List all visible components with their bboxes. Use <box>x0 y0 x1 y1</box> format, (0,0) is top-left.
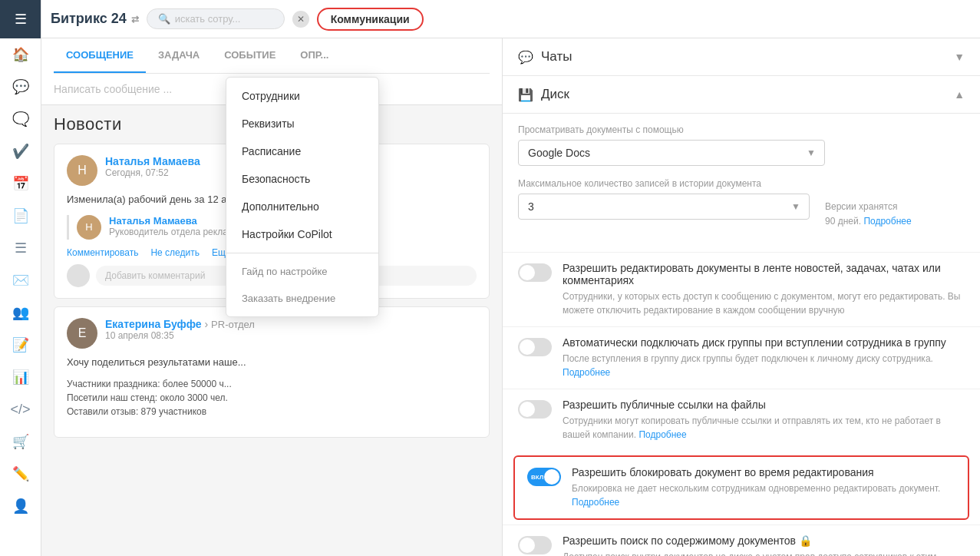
toggle-row-1: Разрешить редактировать документы в лент… <box>503 252 980 326</box>
toggle-title-3: Разрешить публичные ссылки на файлы <box>563 399 965 411</box>
left-panel: СООБЩЕНИЕ ЗАДАЧА СОБЫТИЕ ОПР... Написать… <box>41 38 502 556</box>
brand-arrows: ⇄ <box>131 14 139 25</box>
content-area: СООБЩЕНИЕ ЗАДАЧА СОБЫТИЕ ОПР... Написать… <box>41 38 980 556</box>
toggle-title-5: Разрешить поиск по содержимому документо… <box>563 534 965 547</box>
toggle-content-2: Автоматически подключать диск группы при… <box>563 336 965 379</box>
viewer-select-wrap: Google Docs OnlyOffice Microsoft Office … <box>518 140 825 166</box>
viewer-label: Просматривать документы с помощью <box>518 124 965 135</box>
sidebar-item-store[interactable]: 🛒 <box>8 429 34 455</box>
sidebar-item-home[interactable]: 🏠 <box>8 41 34 68</box>
reply-avatar-1: Н <box>77 215 101 240</box>
toggle-row-5: Разрешить поиск по содержимому документо… <box>503 525 980 556</box>
sidebar-menu-toggle[interactable]: ☰ <box>0 0 41 38</box>
sidebar: ☰ 🏠 💬 🗨️ ✔️ 📅 📄 ☰ ✉️ 👥 📝 📊 </> 🛒 ✏️ 👤 <box>0 0 41 556</box>
chats-title: Чаты <box>541 49 572 65</box>
tab-event[interactable]: СОБЫТИЕ <box>212 38 288 73</box>
toggle-2[interactable] <box>518 338 552 356</box>
toggle-link-3[interactable]: Подробнее <box>638 429 686 440</box>
sidebar-item-calendar[interactable]: 📅 <box>8 170 34 197</box>
chats-section-left: 💬 Чаты <box>518 49 572 65</box>
search-placeholder: искать сотру... <box>175 13 241 25</box>
menu-item-employees[interactable]: Сотрудники <box>226 82 378 110</box>
action-unfollow-1[interactable]: Не следить <box>150 247 200 258</box>
dropdown-menu: Сотрудники Реквизиты Расписание Безопасн… <box>226 77 379 317</box>
chats-chevron-icon: ▼ <box>954 51 965 63</box>
tab-message[interactable]: СООБЩЕНИЕ <box>54 38 146 73</box>
post-details-2: Участники праздника: более 50000 ч... По… <box>67 377 477 419</box>
viewer-select[interactable]: Google Docs OnlyOffice Microsoft Office <box>518 140 825 166</box>
toggle-desc-4: Блокировка не дает нескольким сотрудника… <box>572 482 955 509</box>
search-bar[interactable]: 🔍 искать сотру... <box>147 8 285 29</box>
version-days: 90 дней. <box>825 216 861 227</box>
brand-logo: Битрикс 24 ⇄ <box>51 11 139 27</box>
dropdown-divider <box>226 253 378 253</box>
disk-chevron-icon: ▲ <box>954 88 965 101</box>
menu-item-order[interactable]: Заказать внедрение <box>226 285 378 312</box>
version-link[interactable]: Подробнее <box>863 216 911 227</box>
toggle-link-2[interactable]: Подробнее <box>563 367 610 378</box>
version-info: Версии хранятся 90 дней. Подробнее <box>825 200 912 229</box>
menu-item-security[interactable]: Безопасность <box>226 165 378 193</box>
menu-item-copilot[interactable]: Настройки CoPilot <box>226 220 378 248</box>
chats-icon: 💬 <box>518 50 533 65</box>
avatar-1: Н <box>67 155 97 186</box>
disk-section-left: 💾 Диск <box>518 87 569 102</box>
brand-name: Битрикс 24 <box>51 11 127 27</box>
toggle-3[interactable] <box>518 400 552 419</box>
post-meta-2: Екатерина Буффе › PR-отдел 10 апреля 08:… <box>105 318 477 341</box>
disk-section-header[interactable]: 💾 Диск ▲ <box>503 76 980 114</box>
chats-section-header[interactable]: 💬 Чаты ▼ <box>503 38 980 76</box>
toggle-row-4: ВКЛ Разрешить блокировать документ во вр… <box>513 455 969 520</box>
sidebar-item-mail[interactable]: ✉️ <box>8 267 34 293</box>
version-info-line1: Версии хранятся <box>825 201 897 212</box>
search-icon: 🔍 <box>158 13 170 25</box>
compose-placeholder: Написать сообщение ... <box>54 83 172 95</box>
toggle-title-2: Автоматически подключать диск группы при… <box>563 336 965 349</box>
sidebar-item-people[interactable]: 👥 <box>8 300 34 326</box>
toggle-desc-1: Сотрудники, у которых есть доступ к сооб… <box>563 290 965 317</box>
post-time-2: 10 апреля 08:35 <box>105 330 477 341</box>
tab-poll[interactable]: ОПР... <box>288 38 341 73</box>
kommunikatsii-button[interactable]: Коммуникации <box>317 8 424 31</box>
toggle-link-4[interactable]: Подробнее <box>572 497 619 508</box>
sidebar-item-edit[interactable]: 📝 <box>8 332 34 358</box>
history-group: Максимальное количество записей в истори… <box>518 178 965 229</box>
tab-task[interactable]: ЗАДАЧА <box>146 38 212 73</box>
sidebar-item-analytics[interactable]: 📊 <box>8 364 34 390</box>
disk-icon: 💾 <box>518 88 533 102</box>
topbar: Битрикс 24 ⇄ 🔍 искать сотру... ✕ Коммуни… <box>41 0 980 38</box>
post-body-2: Хочу поделиться результатами наше... <box>67 355 477 370</box>
history-label: Максимальное количество записей в истори… <box>518 178 965 189</box>
search-close-button[interactable]: ✕ <box>292 11 309 28</box>
sidebar-item-tasks[interactable]: ✔️ <box>8 138 34 164</box>
toggle-title-1: Разрешить редактировать документы в лент… <box>563 262 965 286</box>
disk-section-content: Просматривать документы с помощью Google… <box>503 114 980 252</box>
toggle-desc-2: После вступления в группу диск группы бу… <box>563 352 965 379</box>
sidebar-item-chat[interactable]: 💬 <box>8 74 34 100</box>
toggle-4[interactable]: ВКЛ <box>527 468 561 486</box>
toggle-row-3: Разрешить публичные ссылки на файлы Сотр… <box>503 389 980 451</box>
sidebar-item-list[interactable]: ☰ <box>8 235 34 261</box>
menu-item-requisites[interactable]: Реквизиты <box>226 110 378 137</box>
menu-item-additional[interactable]: Дополнительно <box>226 193 378 220</box>
reply-meta-1: Наталья Мамаева Руководитель отдела рекл… <box>109 215 236 240</box>
sidebar-item-message[interactable]: 🗨️ <box>8 106 34 132</box>
sidebar-item-pen[interactable]: ✏️ <box>8 461 34 487</box>
disk-title: Диск <box>541 87 569 102</box>
sidebar-item-code[interactable]: </> <box>8 396 34 422</box>
toggle-content-4: Разрешить блокировать документ во время … <box>572 466 955 509</box>
action-comment-1[interactable]: Комментировать <box>67 247 138 258</box>
toggle-title-4: Разрешить блокировать документ во время … <box>572 466 955 478</box>
post-header-2: Е Екатерина Буффе › PR-отдел 10 апреля 0… <box>67 318 477 349</box>
toggle-row-2: Автоматически подключать диск группы при… <box>503 326 980 389</box>
menu-item-guide[interactable]: Гайд по настройке <box>226 258 378 285</box>
history-select[interactable]: 3 5 10 20 50 <box>518 194 810 220</box>
menu-item-schedule[interactable]: Расписание <box>226 137 378 165</box>
toggle-5[interactable] <box>518 536 552 554</box>
post-author-2[interactable]: Екатерина Буффе › PR-отдел <box>105 318 477 330</box>
toggle-1[interactable] <box>518 263 552 282</box>
history-select-wrap: 3 5 10 20 50 ▼ <box>518 194 810 220</box>
sidebar-item-docs[interactable]: 📄 <box>8 203 34 229</box>
reply-author-1: Наталья Мамаева <box>109 215 236 227</box>
sidebar-item-user[interactable]: 👤 <box>8 493 34 519</box>
